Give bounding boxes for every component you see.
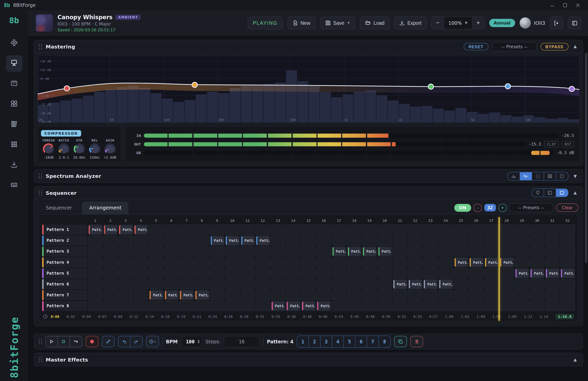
arrangement-cell[interactable] [256, 290, 270, 300]
arrangement-cell[interactable]: Patt… [408, 279, 422, 289]
close-icon[interactable] [571, 1, 584, 10]
panel-toggle-button[interactable] [568, 17, 581, 30]
pattern-block[interactable]: Patt… [150, 291, 163, 299]
arrangement-cell[interactable] [423, 301, 438, 311]
playing-status-button[interactable]: PLAYING [248, 17, 283, 30]
bars-increase-button[interactable]: + [498, 204, 506, 211]
arrangement-cell[interactable] [256, 279, 270, 289]
arrangement-cell[interactable] [316, 225, 331, 235]
arrangement-cell[interactable] [240, 268, 255, 278]
arrangement-cell[interactable] [149, 268, 163, 278]
pattern-block[interactable]: Patt… [119, 225, 132, 234]
arrangement-cell[interactable] [347, 257, 361, 267]
pattern-block[interactable]: Patt… [241, 236, 254, 245]
arrangement-cell[interactable] [332, 225, 346, 235]
tab-arrangement[interactable]: Arrangement [82, 202, 128, 215]
pattern-row-label[interactable]: Pattern 6 [42, 279, 87, 289]
arrangement-cell[interactable] [347, 301, 361, 311]
minimize-icon[interactable] [546, 1, 559, 10]
tab-sequencer[interactable]: Sequencer [39, 202, 79, 215]
arrangement-cell[interactable] [499, 225, 514, 235]
new-button[interactable]: New [287, 17, 316, 30]
clear-button[interactable]: Clear [556, 203, 578, 212]
pattern-block[interactable]: Patt… [485, 258, 498, 267]
arrangement-cell[interactable] [271, 246, 285, 256]
arrangement-cell[interactable] [484, 225, 499, 235]
arrangement-cell[interactable] [393, 225, 407, 235]
arrangement-cell[interactable] [134, 257, 148, 267]
arrangement-cell[interactable]: Patt… [332, 246, 346, 256]
arrangement-cell[interactable] [438, 268, 453, 278]
arrangement-cell[interactable] [179, 279, 194, 289]
arrangement-cell[interactable] [545, 225, 559, 235]
arrangement-cell[interactable] [164, 246, 178, 256]
arrangement-cell[interactable] [545, 301, 559, 311]
arrangement-cell[interactable] [408, 225, 422, 235]
arrangement-cell[interactable] [378, 268, 392, 278]
drag-handle-icon[interactable] [39, 190, 42, 196]
arrangement-cell[interactable] [545, 290, 559, 300]
arrangement-cell[interactable] [149, 279, 163, 289]
arrangement-cell[interactable] [560, 235, 575, 246]
arrangement-cell[interactable] [240, 279, 255, 289]
arrangement-cell[interactable] [469, 301, 483, 311]
arrangement-cell[interactable] [530, 235, 544, 246]
arrangement-cell[interactable] [179, 235, 194, 246]
arrangement-cell[interactable] [378, 257, 392, 267]
drag-handle-icon[interactable] [39, 357, 42, 362]
arrangement-cell[interactable] [271, 290, 285, 300]
arrangement-cell[interactable] [423, 268, 438, 278]
ratio-knob[interactable] [58, 143, 70, 155]
arrangement-cell[interactable] [378, 290, 392, 300]
arrangement-cell[interactable] [195, 279, 209, 289]
arrangement-cell[interactable] [423, 246, 438, 256]
arrangement-cell[interactable] [271, 235, 285, 246]
arrangement-cell[interactable] [134, 301, 148, 311]
arrangement-cell[interactable] [408, 257, 422, 267]
pattern-block[interactable]: Patt… [333, 247, 345, 256]
arrangement-cell[interactable]: Patt… [118, 225, 133, 235]
pattern-block[interactable]: Patt… [561, 269, 574, 277]
arrangement-cell[interactable] [88, 257, 102, 267]
arrangement-cell[interactable] [423, 225, 438, 235]
pattern-row-label[interactable]: Pattern 8 [42, 301, 87, 311]
arrangement-cell[interactable] [103, 257, 118, 267]
arrangement-cell[interactable]: Patt… [149, 290, 163, 300]
pattern-block[interactable]: Patt… [439, 280, 452, 289]
sidebar-item-piano[interactable] [6, 76, 22, 92]
arrangement-cell[interactable] [362, 235, 377, 246]
arrangement-cell[interactable] [408, 268, 422, 278]
arrangement-cell[interactable] [164, 257, 178, 267]
pattern-block[interactable]: Patt… [89, 225, 101, 234]
bypass-button[interactable]: BYPASS [541, 43, 568, 50]
arrangement-cell[interactable] [484, 235, 499, 246]
zoom-level-select[interactable]: 100%▼ [444, 17, 472, 30]
arrangement-cell[interactable] [484, 268, 499, 278]
arrangement-cell[interactable] [195, 246, 209, 256]
arrangement-cell[interactable] [134, 290, 148, 300]
arrangement-cell[interactable] [530, 301, 544, 311]
arrangement-cell[interactable] [195, 225, 209, 235]
delete-pattern-button[interactable] [410, 336, 423, 347]
arrangement-cell[interactable]: Patt… [393, 279, 407, 289]
arrangement-cell[interactable] [362, 268, 377, 278]
arrangement-cell[interactable] [149, 246, 163, 256]
arrangement-cell[interactable]: Patt… [164, 290, 178, 300]
sidebar-item-keyboard[interactable] [6, 177, 22, 194]
arrangement-cell[interactable] [88, 268, 102, 278]
pattern-block[interactable]: Patt… [409, 280, 422, 289]
view-scope-icon[interactable] [532, 172, 544, 180]
arrangement-cell[interactable] [179, 246, 194, 256]
spinner-icons[interactable]: ▲▼ [198, 339, 199, 344]
arrangement-cell[interactable] [240, 290, 255, 300]
arrangement-cell[interactable] [545, 246, 559, 256]
arrangement-cell[interactable] [118, 246, 133, 256]
pattern-block[interactable]: Patt… [546, 269, 559, 277]
arrangement-cell[interactable] [332, 279, 346, 289]
zoom-out-button[interactable]: − [431, 17, 444, 30]
arrangement-cell[interactable] [179, 301, 194, 311]
arrangement-cell[interactable] [103, 235, 118, 246]
arrangement-cell[interactable] [332, 301, 346, 311]
arrangement-cell[interactable] [271, 225, 285, 235]
arrangement-cell[interactable] [286, 235, 300, 246]
